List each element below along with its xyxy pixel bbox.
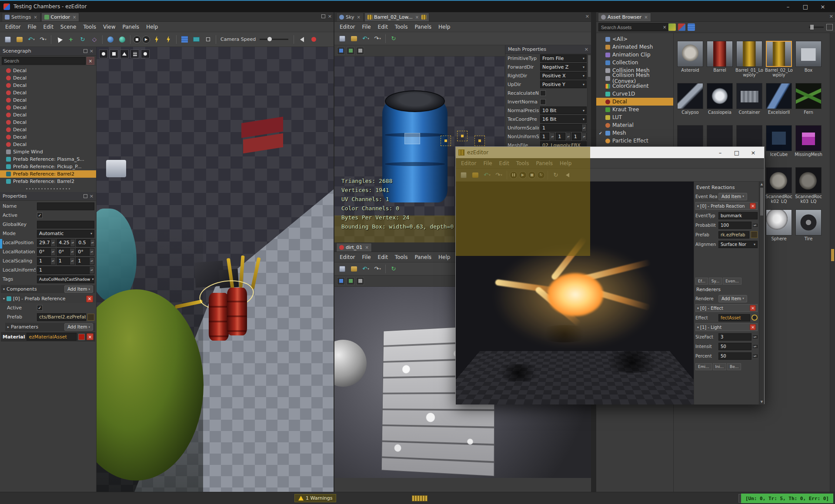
render-mode-icon[interactable] — [337, 47, 345, 55]
remove-material-button[interactable]: × — [87, 333, 94, 340]
rightdir-dropdown[interactable]: Positive X — [540, 72, 587, 80]
open-button[interactable] — [349, 33, 359, 44]
scenegraph-item-decal[interactable]: Decal — [0, 96, 96, 104]
select-tool-button[interactable] — [54, 34, 64, 45]
asset-type-material[interactable]: Material — [596, 121, 673, 129]
grid-toggle-button[interactable] — [179, 34, 190, 45]
asset-type-animation-clip[interactable]: Animation Clip — [596, 51, 673, 59]
menu-panels[interactable]: Panels — [411, 253, 435, 262]
invertnormals-checkbox[interactable] — [540, 99, 546, 105]
rotate-tool-button[interactable]: ↻ — [77, 34, 88, 45]
scenegraph-item-decal[interactable]: Decal — [0, 67, 96, 74]
asset-type-animated-mesh[interactable]: Animated Mesh — [596, 43, 673, 51]
view-mode-icon[interactable] — [688, 23, 695, 31]
rotation-y-input[interactable]: 0° — [57, 248, 70, 256]
eventtype-input[interactable]: burnmark — [718, 212, 758, 219]
asset-type-kraut-tree[interactable]: Kraut Tree — [596, 106, 673, 113]
remove-item-button[interactable]: × — [750, 305, 756, 311]
tab-sky[interactable]: Sky × — [336, 13, 364, 21]
scene-3d-viewport[interactable] — [97, 47, 334, 492]
remove-item-button[interactable]: × — [750, 324, 756, 330]
asset-grid-item[interactable]: ExcelsiorII — [765, 83, 793, 125]
close-button[interactable]: × — [745, 147, 762, 158]
translate-tool-button[interactable]: + — [66, 34, 76, 45]
recalculatenormals-checkbox[interactable] — [540, 90, 546, 96]
asset-grid-item[interactable]: Barrel_01_Lowpoly — [735, 41, 763, 83]
spinner[interactable]: ▴▾ — [753, 335, 758, 338]
tab-effect[interactable]: Ef... — [695, 278, 708, 285]
menu-file[interactable]: File — [359, 23, 374, 31]
scenegraph-search-input[interactable] — [2, 57, 86, 65]
scenegraph-item-wind[interactable]: Simple Wind — [0, 148, 96, 156]
asset-grid-item[interactable]: Box — [795, 41, 822, 83]
nonuniform-z-input[interactable]: 1 — [572, 133, 581, 140]
asset-picker-button[interactable] — [751, 231, 758, 238]
perspective-icon[interactable] — [110, 50, 118, 58]
menu-file[interactable]: File — [24, 23, 40, 31]
asset-search-input[interactable] — [598, 23, 668, 31]
open-button[interactable] — [470, 170, 481, 180]
clear-search-button[interactable]: × — [87, 57, 94, 65]
name-input[interactable] — [37, 202, 94, 210]
asset-grid-item[interactable]: Cassiopeia — [706, 83, 734, 125]
slider-knob[interactable] — [810, 25, 814, 30]
asset-type-lut[interactable]: LUT — [596, 113, 673, 121]
maximize-button[interactable]: □ — [728, 147, 745, 158]
visibility-eye-icon[interactable] — [99, 50, 108, 58]
grid-toggle-icon[interactable] — [130, 50, 139, 58]
scaling-z-input[interactable]: 1 — [76, 257, 90, 265]
asset-picker-button[interactable] — [87, 314, 94, 321]
spinner[interactable]: ▴▾ — [566, 133, 571, 140]
menu-help[interactable]: Help — [556, 159, 575, 168]
play-button[interactable]: ▶ — [519, 171, 527, 179]
globalkey-input[interactable] — [37, 221, 94, 229]
particle-panel-scrollbar[interactable]: ▲ ▼ — [759, 182, 764, 405]
undo-button[interactable]: ↶▾ — [361, 264, 371, 274]
component-active-checkbox[interactable]: ✓ — [37, 305, 43, 311]
tab-close-icon[interactable]: × — [415, 15, 419, 20]
spinner[interactable]: ▴▾ — [70, 239, 75, 247]
tab-system[interactable]: Sy... — [709, 278, 722, 285]
thumbnail-size-slider[interactable] — [809, 27, 824, 28]
tab-settings[interactable]: Settings × — [2, 13, 40, 21]
spinner[interactable]: ▴▾ — [90, 257, 94, 265]
minimize-button[interactable]: – — [712, 147, 728, 158]
undo-button[interactable]: ↶▾ — [361, 33, 371, 44]
tab-undock-icon[interactable]: × — [644, 15, 648, 20]
asset-grid-item[interactable]: Tire — [795, 209, 822, 252]
menu-help[interactable]: Help — [435, 253, 454, 262]
tab-initializers[interactable]: Ini... — [713, 363, 726, 370]
uniformscaling-input[interactable]: 1 — [37, 266, 90, 274]
forwarddir-dropdown[interactable]: Negative Z — [540, 63, 587, 71]
close-panel-icon[interactable]: × — [584, 47, 588, 51]
primitivetype-dropdown[interactable]: From File — [540, 54, 587, 62]
position-z-input[interactable]: 0.5 — [76, 239, 90, 247]
spinner[interactable]: ▴▾ — [550, 133, 555, 140]
redo-button[interactable]: ↷▾ — [372, 264, 383, 274]
scenegraph-item-decal[interactable]: Decal — [0, 133, 96, 141]
loop-button[interactable]: ↻ — [551, 170, 561, 180]
nonuniform-x-input[interactable]: 1 — [540, 133, 549, 140]
menu-edit[interactable]: Edit — [374, 23, 391, 31]
clear-search-icon[interactable]: × — [663, 25, 666, 30]
menu-panels[interactable]: Panels — [532, 159, 556, 168]
menu-edit[interactable]: Edit — [40, 23, 57, 31]
spinner[interactable]: ▴▾ — [51, 257, 56, 265]
simulate-button[interactable] — [151, 34, 162, 45]
asset-grid-item[interactable]: IceCube — [765, 125, 793, 167]
menu-file[interactable]: File — [480, 159, 496, 168]
intensity-input[interactable]: 50 — [718, 343, 752, 350]
asset-grid-scrollbar[interactable] — [830, 33, 835, 492]
scroll-down-icon[interactable]: ▼ — [759, 399, 764, 405]
spinner[interactable]: ▴▾ — [90, 239, 95, 247]
menu-file[interactable]: File — [359, 253, 374, 262]
scaling-x-input[interactable]: 1 — [37, 257, 51, 265]
float-panel-icon[interactable] — [84, 194, 87, 198]
add-parameter-button[interactable]: Add Item▾ — [64, 323, 93, 331]
close-panel-icon[interactable]: × — [585, 14, 589, 18]
open-button[interactable] — [14, 34, 25, 45]
undo-button[interactable]: ↶▾ — [26, 34, 37, 45]
slider-knob[interactable] — [267, 37, 272, 41]
camera-speed-slider[interactable] — [260, 39, 288, 40]
tab-barrel-02-lowpoly[interactable]: Barrel_02_Low... × — [364, 13, 429, 21]
